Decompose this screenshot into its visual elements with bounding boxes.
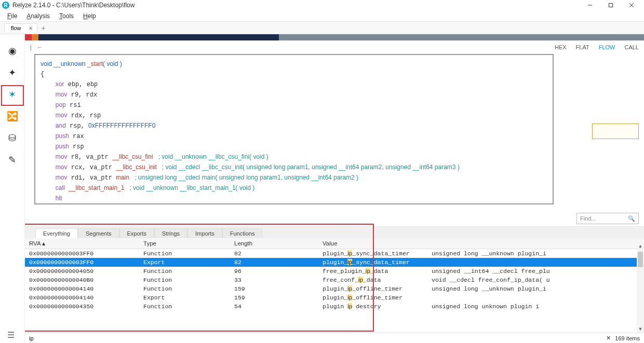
view-toolbar: | ← HEXFLATFLOWCALL [25, 40, 644, 54]
sidebar-data-icon[interactable]: ⛁ [6, 132, 19, 144]
scroll-down-icon[interactable]: ▼ [637, 325, 644, 333]
new-tab-button[interactable]: + [42, 24, 46, 32]
table-row[interactable]: 0x0000000000004350Function54plugin ip de… [25, 302, 644, 311]
table-row[interactable]: 0x0000000000003FF0Export82plugin_ip_sync… [25, 258, 644, 267]
settings-icon[interactable]: ☰ [7, 330, 15, 340]
table-row[interactable]: 0x00000000000040B0Function33free_conf_ip… [25, 276, 644, 284]
minimap[interactable] [576, 54, 644, 204]
items-count: 169 items [615, 335, 640, 341]
view-mode-call[interactable]: CALL [624, 44, 639, 50]
window-controls [580, 0, 642, 10]
table-row[interactable]: 0x0000000000003FF0Function82plugin_ip_sy… [25, 249, 644, 258]
column-header[interactable]: Type [139, 238, 230, 249]
find-input[interactable]: Find... 🔍 [576, 213, 639, 224]
memory-segment[interactable] [32, 34, 38, 40]
view-mode-flat[interactable]: FLAT [576, 44, 589, 50]
bottom-tab-imports[interactable]: Imports [187, 228, 222, 238]
scroll-up-icon[interactable]: ▲ [637, 242, 644, 250]
memory-map-strip[interactable] [25, 34, 644, 40]
sidebar-graph-icon[interactable]: ✶ [6, 88, 19, 101]
svg-rect-1 [609, 4, 613, 7]
bottom-panel: EverythingSegmentsExportsStringsImportsF… [25, 226, 644, 343]
clear-filter-icon[interactable]: ✕ [606, 335, 611, 341]
find-placeholder: Find... [580, 215, 596, 222]
left-sidebar: ◉✦✶🔀⛁✎ [0, 40, 25, 343]
bottom-tab-exports[interactable]: Exports [119, 228, 154, 238]
bottom-tabs: EverythingSegmentsExportsStringsImportsF… [25, 227, 644, 238]
bottom-tab-everything[interactable]: Everything [35, 228, 78, 238]
memory-segment[interactable] [38, 34, 278, 40]
titlebar: R Relyze 2.14.0 - C:\Users\Think\Desktop… [0, 0, 644, 10]
menu-analysis[interactable]: Analysis [22, 11, 54, 21]
bottom-tab-segments[interactable]: Segments [78, 228, 119, 238]
filter-input[interactable] [29, 335, 133, 341]
menu-help[interactable]: Help [79, 11, 100, 21]
sidebar-overview-icon[interactable]: ◉ [6, 45, 19, 57]
table-row[interactable]: 0x0000000000004140Function159plugin_ip_o… [25, 284, 644, 293]
table-row[interactable]: 0x0000000000004140Export159plugin_ip_off… [25, 293, 644, 302]
sidebar-shuffle-icon[interactable]: 🔀 [6, 110, 19, 122]
cursor-icon[interactable]: | [30, 44, 32, 50]
app-logo-icon: R [2, 2, 9, 9]
filter-row: ✕ 169 items [25, 333, 644, 343]
scrollbar-thumb[interactable] [638, 252, 643, 267]
bottom-tab-strings[interactable]: Strings [154, 228, 187, 238]
memory-segment[interactable] [279, 34, 644, 40]
column-header[interactable]: Value [318, 238, 427, 249]
sidebar-plugins-icon[interactable]: ✦ [6, 66, 19, 79]
window-title: Relyze 2.14.0 - C:\Users\Think\Desktop\f… [12, 2, 135, 9]
minimize-button[interactable] [580, 0, 600, 10]
back-arrow-icon[interactable]: ← [37, 44, 43, 50]
vertical-scrollbar[interactable]: ▲ ▼ [637, 250, 644, 333]
maximize-button[interactable] [600, 0, 621, 10]
column-header[interactable] [427, 238, 644, 249]
column-header[interactable]: Length [230, 238, 318, 249]
disassembly-view[interactable]: void __unknown _start( void ) { xor ebp,… [34, 54, 554, 204]
doc-tab-label: flow [11, 25, 21, 31]
items-table[interactable]: RVA ▴TypeLengthValue 0x0000000000003FF0F… [25, 238, 644, 311]
menu-file[interactable]: File [3, 11, 21, 21]
view-mode-hex[interactable]: HEX [555, 44, 567, 50]
document-tabs: flow ✕ + [0, 22, 644, 34]
column-header[interactable]: RVA ▴ [25, 238, 139, 249]
doc-tab-flow[interactable]: flow ✕ [4, 23, 37, 32]
menu-tools[interactable]: Tools [55, 11, 78, 21]
menubar: FileAnalysisToolsHelp [0, 10, 644, 22]
close-icon[interactable]: ✕ [29, 25, 33, 31]
view-mode-flow[interactable]: FLOW [599, 44, 615, 50]
bottom-tab-functions[interactable]: Functions [222, 228, 263, 238]
close-button[interactable] [621, 0, 642, 10]
table-row[interactable]: 0x0000000000004050Function96free_plugin_… [25, 267, 644, 276]
memory-segment[interactable] [25, 34, 32, 40]
sidebar-edit-icon[interactable]: ✎ [6, 154, 19, 166]
search-icon[interactable]: 🔍 [628, 215, 635, 222]
minimap-viewport[interactable] [592, 124, 639, 139]
